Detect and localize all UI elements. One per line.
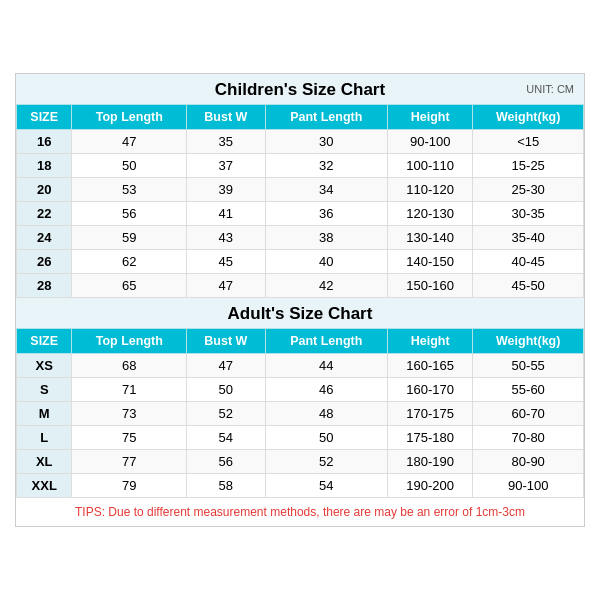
table-cell: 30-35 [473,202,584,226]
table-cell: 75 [72,426,187,450]
table-row: XXL795854190-20090-100 [17,474,584,498]
table-cell: 190-200 [387,474,472,498]
table-row: 24594338130-14035-40 [17,226,584,250]
table-cell: 40-45 [473,250,584,274]
table-cell: 53 [72,178,187,202]
children-chart-title: Children's Size Chart [215,80,385,99]
table-cell: 35 [187,130,265,154]
table-cell: 43 [187,226,265,250]
table-cell: 140-150 [387,250,472,274]
col-pant-length: Pant Length [265,105,387,130]
table-cell: 54 [187,426,265,450]
table-cell: 48 [265,402,387,426]
table-cell: 39 [187,178,265,202]
col-weight: Weight(kg) [473,105,584,130]
adult-header-row: SIZE Top Length Bust W Pant Length Heigh… [17,329,584,354]
table-cell: 47 [187,274,265,298]
table-cell: 77 [72,450,187,474]
adult-col-weight: Weight(kg) [473,329,584,354]
table-cell: 50-55 [473,354,584,378]
adult-col-height: Height [387,329,472,354]
table-row: 22564136120-13030-35 [17,202,584,226]
children-size-table: SIZE Top Length Bust W Pant Length Heigh… [16,104,584,298]
table-cell: 90-100 [473,474,584,498]
adult-chart-title: Adult's Size Chart [228,304,373,323]
table-row: 18503732100-11015-25 [17,154,584,178]
table-row: L755450175-18070-80 [17,426,584,450]
table-cell: 26 [17,250,72,274]
children-header-row: SIZE Top Length Bust W Pant Length Heigh… [17,105,584,130]
table-cell: 175-180 [387,426,472,450]
table-cell: 160-165 [387,354,472,378]
table-cell: 50 [265,426,387,450]
table-cell: 47 [72,130,187,154]
table-cell: M [17,402,72,426]
table-row: 1647353090-100<15 [17,130,584,154]
table-cell: 46 [265,378,387,402]
table-cell: XL [17,450,72,474]
adult-col-pant-length: Pant Length [265,329,387,354]
table-cell: 34 [265,178,387,202]
table-cell: 47 [187,354,265,378]
table-row: M735248170-17560-70 [17,402,584,426]
table-row: XL775652180-19080-90 [17,450,584,474]
table-cell: L [17,426,72,450]
unit-label: UNIT: CM [526,83,574,95]
size-chart-container: Children's Size Chart UNIT: CM SIZE Top … [15,73,585,527]
table-cell: 18 [17,154,72,178]
col-bust-w: Bust W [187,105,265,130]
col-height: Height [387,105,472,130]
table-cell: 37 [187,154,265,178]
table-cell: 180-190 [387,450,472,474]
table-cell: 35-40 [473,226,584,250]
table-cell: 40 [265,250,387,274]
table-cell: 60-70 [473,402,584,426]
children-table-body: 1647353090-100<1518503732100-11015-25205… [17,130,584,298]
adult-col-top-length: Top Length [72,329,187,354]
col-size: SIZE [17,105,72,130]
table-cell: 170-175 [387,402,472,426]
table-cell: 120-130 [387,202,472,226]
tips-text: TIPS: Due to different measurement metho… [75,505,525,519]
table-cell: 55-60 [473,378,584,402]
table-cell: 20 [17,178,72,202]
table-cell: XS [17,354,72,378]
adult-table-body: XS684744160-16550-55S715046160-17055-60M… [17,354,584,498]
table-cell: 90-100 [387,130,472,154]
table-cell: 54 [265,474,387,498]
table-cell: XXL [17,474,72,498]
table-cell: 71 [72,378,187,402]
table-cell: 16 [17,130,72,154]
adult-size-table: SIZE Top Length Bust W Pant Length Heigh… [16,328,584,498]
table-cell: 22 [17,202,72,226]
table-cell: S [17,378,72,402]
table-cell: 30 [265,130,387,154]
table-cell: 42 [265,274,387,298]
adult-col-size: SIZE [17,329,72,354]
table-cell: 24 [17,226,72,250]
table-cell: 56 [72,202,187,226]
table-cell: 62 [72,250,187,274]
table-cell: 130-140 [387,226,472,250]
table-cell: 50 [187,378,265,402]
table-cell: 58 [187,474,265,498]
tips-row: TIPS: Due to different measurement metho… [16,498,584,526]
table-cell: 52 [187,402,265,426]
table-cell: 73 [72,402,187,426]
table-cell: 38 [265,226,387,250]
table-cell: 25-30 [473,178,584,202]
table-row: 26624540140-15040-45 [17,250,584,274]
table-cell: 79 [72,474,187,498]
table-row: XS684744160-16550-55 [17,354,584,378]
table-cell: 45-50 [473,274,584,298]
table-row: 20533934110-12025-30 [17,178,584,202]
table-cell: 52 [265,450,387,474]
table-cell: 70-80 [473,426,584,450]
table-cell: <15 [473,130,584,154]
table-cell: 100-110 [387,154,472,178]
table-cell: 80-90 [473,450,584,474]
table-cell: 44 [265,354,387,378]
table-cell: 36 [265,202,387,226]
table-cell: 150-160 [387,274,472,298]
table-cell: 110-120 [387,178,472,202]
